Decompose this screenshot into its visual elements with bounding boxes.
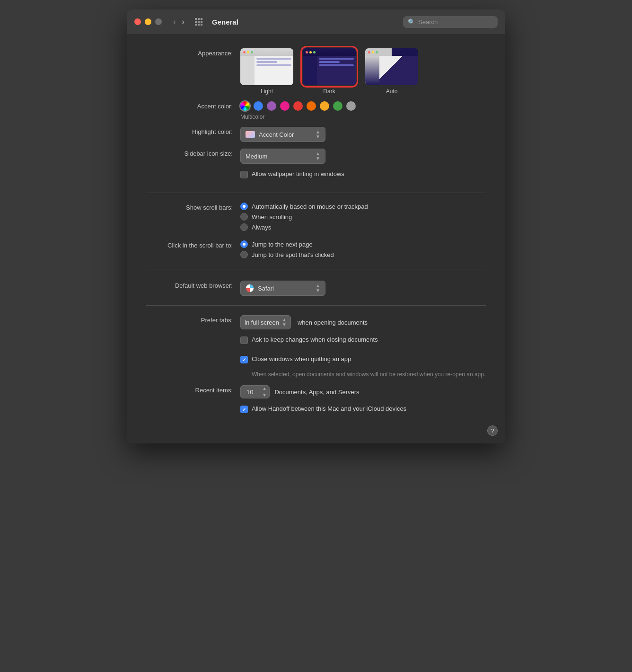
handoff-checkbox[interactable] <box>240 406 248 413</box>
appearance-auto[interactable]: Auto <box>365 48 418 95</box>
stepper-up-button[interactable]: ▲ <box>259 386 269 392</box>
appearance-light-label: Light <box>261 88 273 95</box>
sidebar-icon-size-control: Medium ▲ ▼ <box>240 149 325 164</box>
maximize-button[interactable] <box>155 18 162 25</box>
sidebar-icon-size-row: Sidebar icon size: Medium ▲ ▼ <box>146 149 486 164</box>
prefer-tabs-value: in full screen <box>245 319 279 326</box>
click-scroll-label: Click in the scroll bar to: <box>146 240 240 249</box>
click-next-page-label: Jump to the next page <box>252 241 313 248</box>
default-browser-value: Safari <box>258 285 312 292</box>
handoff-checkbox-row: Allow Handoff between this Mac and your … <box>240 405 406 413</box>
ask-keep-changes-checkbox[interactable] <box>240 336 248 344</box>
appearance-light[interactable]: Light <box>240 48 293 95</box>
accent-blue-dot[interactable] <box>254 101 263 111</box>
divider-3 <box>146 305 486 306</box>
recent-items-row: Recent items: 10 ▲ ▼ Documents, Apps, an… <box>146 385 486 399</box>
recent-items-stepper[interactable]: 10 ▲ ▼ <box>240 385 270 399</box>
appearance-thumb-auto <box>365 48 418 85</box>
accent-orange-dot[interactable] <box>307 101 316 111</box>
click-scroll-control: Jump to the next page Jump to the spot t… <box>240 240 334 261</box>
back-button[interactable]: ‹ <box>171 17 178 27</box>
appearance-thumb-dark <box>303 48 356 85</box>
close-windows-checkbox-row: Close windows when quitting an app <box>240 355 351 363</box>
accent-pink-dot[interactable] <box>280 101 290 111</box>
default-browser-control: Safari ▲ ▼ <box>240 281 325 296</box>
accent-green-dot[interactable] <box>333 101 342 111</box>
click-spot-row: Jump to the spot that's clicked <box>240 251 334 258</box>
default-browser-label: Default web browser: <box>146 281 240 289</box>
appearance-dark[interactable]: Dark <box>303 48 356 95</box>
scroll-scrolling-radio[interactable] <box>240 213 248 221</box>
recent-items-after-text: Documents, Apps, and Servers <box>274 389 359 396</box>
prefer-tabs-label: Prefer tabs: <box>146 315 240 324</box>
sidebar-icon-size-select[interactable]: Medium ▲ ▼ <box>240 149 325 164</box>
click-spot-label: Jump to the spot that's clicked <box>252 251 334 258</box>
accent-graphite-dot[interactable] <box>346 101 356 111</box>
click-next-page-radio[interactable] <box>240 240 248 248</box>
prefer-tabs-after-text: when opening documents <box>298 319 368 326</box>
ask-keep-changes-spacer <box>146 336 240 337</box>
appearance-dark-label: Dark <box>323 88 335 95</box>
stepper-down-button[interactable]: ▼ <box>259 392 269 398</box>
accent-color-row: Accent color: Multicolor <box>146 101 486 120</box>
traffic-lights <box>134 18 162 25</box>
search-bar[interactable]: 🔍 <box>403 16 498 28</box>
appearance-options: Light <box>240 48 418 95</box>
titlebar: ‹ › General 🔍 <box>127 9 505 34</box>
wallpaper-checkbox-row: Allow wallpaper tinting in windows <box>240 170 344 178</box>
search-icon: 🔍 <box>408 18 415 26</box>
recent-items-control: 10 ▲ ▼ Documents, Apps, and Servers <box>240 385 360 399</box>
accent-multicolor-dot[interactable] <box>240 101 250 111</box>
minimize-button[interactable] <box>145 18 151 25</box>
default-browser-select[interactable]: Safari ▲ ▼ <box>240 281 325 296</box>
ask-keep-changes-row: Ask to keep changes when closing documen… <box>146 336 486 349</box>
accent-purple-dot[interactable] <box>267 101 276 111</box>
accent-color-control: Multicolor <box>240 101 356 120</box>
prefer-tabs-select[interactable]: in full screen ▲ ▼ <box>240 315 291 329</box>
appearance-label: Appearance: <box>146 48 240 57</box>
handoff-row: Allow Handoff between this Mac and your … <box>146 405 486 418</box>
click-next-page-row: Jump to the next page <box>240 240 313 248</box>
handoff-label: Allow Handoff between this Mac and your … <box>252 405 406 412</box>
wallpaper-tinting-checkbox[interactable] <box>240 171 248 178</box>
scroll-always-radio[interactable] <box>240 223 248 231</box>
click-spot-radio[interactable] <box>240 251 248 258</box>
prefer-tabs-control: in full screen ▲ ▼ when opening document… <box>240 315 368 329</box>
wallpaper-tinting-label: Allow wallpaper tinting in windows <box>252 170 344 177</box>
highlight-color-value: Accent Color <box>259 131 312 138</box>
default-browser-row: Default web browser: Safari ▲ ▼ <box>146 281 486 296</box>
apps-grid-icon[interactable] <box>195 18 202 26</box>
scroll-scrolling-row: When scrolling <box>240 213 292 221</box>
scroll-scrolling-label: When scrolling <box>252 213 292 221</box>
appearance-control: Light <box>240 48 418 95</box>
highlight-color-select[interactable]: Accent Color ▲ ▼ <box>240 127 325 142</box>
settings-content: Appearance: <box>127 34 505 443</box>
stepper-buttons: ▲ ▼ <box>259 386 269 398</box>
close-windows-checkbox[interactable] <box>240 356 248 363</box>
highlight-color-label: Highlight color: <box>146 127 240 135</box>
close-windows-label: Close windows when quitting an app <box>252 355 351 363</box>
close-button[interactable] <box>134 18 141 25</box>
help-button[interactable]: ? <box>487 425 498 436</box>
forward-button[interactable]: › <box>180 17 186 27</box>
click-scroll-row: Click in the scroll bar to: Jump to the … <box>146 240 486 261</box>
close-windows-row: Close windows when quitting an app When … <box>146 355 486 379</box>
wallpaper-tinting-row: Allow wallpaper tinting in windows <box>146 170 486 183</box>
close-windows-subtext: When selected, open documents and window… <box>252 371 485 379</box>
accent-yellow-dot[interactable] <box>320 101 329 111</box>
divider-1 <box>146 193 486 193</box>
divider-2 <box>146 271 486 271</box>
recent-items-value: 10 <box>241 387 259 398</box>
accent-red-dot[interactable] <box>293 101 303 111</box>
multicolor-label: Multicolor <box>240 114 264 120</box>
scroll-auto-radio[interactable] <box>240 203 248 210</box>
scroll-auto-label: Automatically based on mouse or trackpad <box>252 203 368 210</box>
search-input[interactable] <box>418 18 493 26</box>
accent-colors <box>240 101 356 111</box>
scroll-always-label: Always <box>252 224 271 231</box>
sidebar-icon-size-value: Medium <box>246 153 312 160</box>
default-browser-arrows: ▲ ▼ <box>316 283 320 293</box>
highlight-color-icon <box>246 131 255 138</box>
close-windows-spacer <box>146 355 240 357</box>
safari-icon <box>246 284 254 292</box>
